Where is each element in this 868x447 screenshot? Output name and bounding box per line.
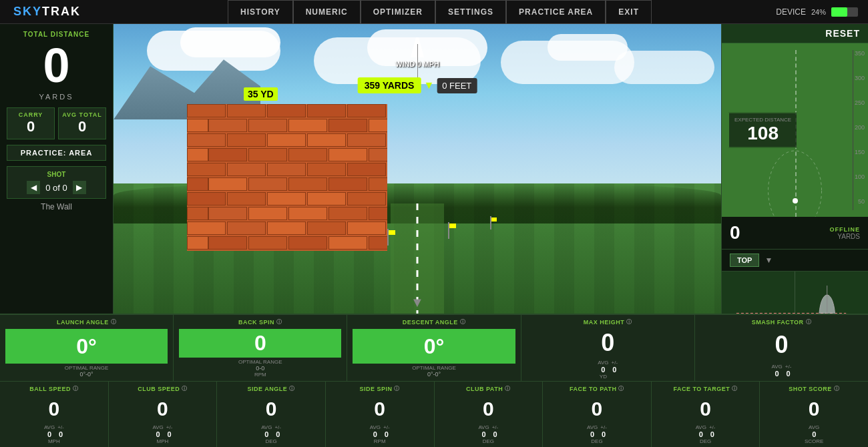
- descent-angle-value: 0°: [353, 329, 515, 364]
- carry-value: 0: [11, 118, 51, 135]
- view-selector: TOP ▼: [722, 250, 868, 272]
- carry-avg-section: CARRY 0 AVG TOTAL 0: [7, 107, 106, 139]
- offline-yards: YARDS: [830, 233, 861, 240]
- distance-indicator: 359 YARDS ▼ 0 FEET: [358, 77, 477, 93]
- descent-angle-info[interactable]: ⓘ: [460, 318, 466, 326]
- max-height-avg-item: AVG 0 YD: [598, 360, 608, 380]
- stat-club-speed: CLUB SPEED ⓘ 0 AVG0 +/-0 MPH: [109, 382, 218, 447]
- shot-next-button[interactable]: ▶: [73, 181, 86, 194]
- smash-factor-value: 0: [700, 329, 863, 361]
- nav-menu: HISTORY NUMERIC OPTIMIZER SETTINGS PRACT…: [228, 0, 652, 24]
- left-panel: TOTAL DISTANCE 0 YARDS CARRY 0 AVG TOTAL…: [0, 24, 114, 314]
- offline-section: 0 OFFLINE YARDS: [722, 217, 868, 250]
- offline-labels: OFFLINE YARDS: [830, 226, 861, 240]
- side-spin-value: 0: [331, 394, 429, 423]
- flag-2: [449, 223, 456, 228]
- cloud-7: [614, 51, 714, 84]
- offline-label: OFFLINE: [830, 226, 861, 233]
- face-to-target-stat-info[interactable]: ⓘ: [732, 385, 738, 392]
- shot-nav-label: SHOT: [11, 171, 101, 178]
- stat-face-to-target: FACE TO TARGET ⓘ 0 AVG0 +/-0 DEG: [652, 382, 761, 447]
- stat-max-height: MAX HEIGHT ⓘ 0 AVG 0 YD +/- 0: [521, 315, 695, 381]
- cloud-6: [548, 34, 628, 61]
- nav-optimizer[interactable]: OPTIMIZER: [361, 0, 435, 24]
- scroll-down-icon: ▼: [411, 295, 424, 310]
- face-to-path-info[interactable]: ⓘ: [618, 385, 624, 392]
- launch-angle-title: LAUNCH ANGLE ⓘ: [5, 318, 168, 326]
- nav-exit[interactable]: EXIT: [606, 0, 652, 24]
- flag-3: [491, 217, 497, 221]
- launch-angle-value: 0°: [5, 329, 168, 364]
- app-logo: SKYTRAK: [0, 5, 94, 19]
- nav-numeric[interactable]: NUMERIC: [293, 0, 361, 24]
- total-distance-value: 0: [7, 41, 106, 89]
- club-path-stat-value: 0: [440, 394, 537, 423]
- stats-row-2: BALL SPEED ⓘ 0 AVG 0 +/- 0 MPH CLUB SPEE…: [0, 382, 868, 447]
- golf-scene: 35 YD WIND 0 MPH 359 YARDS ▼ 0 FEET ▼: [114, 24, 721, 314]
- battery-fill: [831, 7, 847, 17]
- nav-practice-area[interactable]: PRACTICE AREA: [506, 0, 606, 24]
- max-height-title: MAX HEIGHT ⓘ: [527, 318, 689, 326]
- descent-angle-optimal: OPTIMAL RANGE 0°-0°: [353, 365, 515, 378]
- shot-score-info[interactable]: ⓘ: [834, 385, 840, 392]
- side-spin-info[interactable]: ⓘ: [394, 385, 400, 392]
- back-spin-optimal: OPTIMAL RANGE 0-0 RPM: [179, 359, 341, 378]
- cloud-2: [180, 27, 280, 57]
- max-height-avg: AVG 0 YD +/- 0: [527, 360, 689, 380]
- distance-feet: 0 FEET: [437, 78, 477, 93]
- club-speed-info[interactable]: ⓘ: [182, 385, 188, 392]
- side-angle-title: SIDE ANGLE ⓘ: [222, 385, 320, 392]
- back-spin-info[interactable]: ⓘ: [276, 318, 282, 326]
- nav-history[interactable]: HISTORY: [228, 0, 293, 24]
- side-angle-info[interactable]: ⓘ: [289, 385, 295, 392]
- stat-shot-score: SHOT SCORE ⓘ 0 AVG0 SCORE: [760, 382, 868, 447]
- shot-current: 0: [45, 183, 50, 193]
- stats-row-1: LAUNCH ANGLE ⓘ 0° OPTIMAL RANGE 0°-0° BA…: [0, 315, 868, 382]
- device-label: DEVICE: [776, 7, 806, 17]
- stat-descent-angle: DESCENT ANGLE ⓘ 0° OPTIMAL RANGE 0°-0°: [347, 315, 521, 381]
- max-height-info[interactable]: ⓘ: [626, 318, 632, 326]
- avg-total-value: 0: [62, 118, 102, 135]
- smash-avg-item: AVG 0: [771, 364, 782, 378]
- smash-factor-title: SMASH FACTOR ⓘ: [700, 318, 863, 326]
- descent-angle-title: DESCENT ANGLE ⓘ: [353, 318, 515, 326]
- max-height-plus-item: +/- 0: [612, 360, 618, 380]
- avg-total-label: AVG TOTAL: [62, 111, 102, 118]
- shot-score-title: SHOT SCORE ⓘ: [765, 385, 863, 392]
- smash-factor-info[interactable]: ⓘ: [806, 318, 812, 326]
- ball-speed-title: BALL SPEED ⓘ: [5, 385, 103, 392]
- overhead-map: 350 300 250 200 150 100 50 EXPECTED DIST…: [722, 43, 868, 217]
- side-angle-value: 0: [222, 394, 320, 423]
- view-top-button[interactable]: TOP: [730, 254, 759, 267]
- shot-prev-button[interactable]: ◀: [27, 181, 40, 194]
- face-to-target-stat-title: FACE TO TARGET ⓘ: [657, 385, 754, 392]
- nav-settings[interactable]: SETTINGS: [435, 0, 506, 24]
- offline-value: 0: [730, 222, 740, 244]
- reset-button[interactable]: RESET: [722, 24, 868, 43]
- carry-label: CARRY: [11, 111, 51, 118]
- shot-total: 0: [63, 183, 67, 193]
- back-spin-value: 0: [179, 329, 341, 358]
- svg-point-0: [769, 151, 822, 217]
- view-dropdown-arrow[interactable]: ▼: [765, 256, 773, 265]
- top-navigation: SKYTRAK HISTORY NUMERIC OPTIMIZER SETTIN…: [0, 0, 868, 24]
- battery-indicator: [831, 7, 858, 17]
- course-name: The Wall: [7, 202, 106, 211]
- stat-launch-angle: LAUNCH ANGLE ⓘ 0° OPTIMAL RANGE 0°-0°: [0, 315, 174, 381]
- face-to-path-title: FACE TO PATH ⓘ: [548, 385, 646, 392]
- ball-speed-info[interactable]: ⓘ: [73, 385, 79, 392]
- smash-plus-item: +/- 0: [785, 364, 792, 378]
- max-height-value: 0: [527, 329, 689, 357]
- club-path-stat-info[interactable]: ⓘ: [505, 385, 511, 392]
- launch-angle-info[interactable]: ⓘ: [111, 318, 117, 326]
- stat-face-to-path: FACE TO PATH ⓘ 0 AVG0 +/-0 DEG: [543, 382, 652, 447]
- ball-speed-avg: AVG 0 +/- 0: [5, 424, 103, 438]
- stat-club-path: CLUB PATH ⓘ 0 AVG0 +/-0 DEG: [435, 382, 544, 447]
- club-speed-title: CLUB SPEED ⓘ: [114, 385, 212, 392]
- flag-pole-3: [490, 216, 491, 230]
- side-spin-title: SIDE SPIN ⓘ: [331, 385, 429, 392]
- flag-1: [389, 230, 395, 235]
- battery-percentage: 24%: [811, 8, 826, 16]
- shot-counter: 0 of 0: [45, 183, 67, 193]
- back-spin-title: BACK SPIN ⓘ: [179, 318, 341, 326]
